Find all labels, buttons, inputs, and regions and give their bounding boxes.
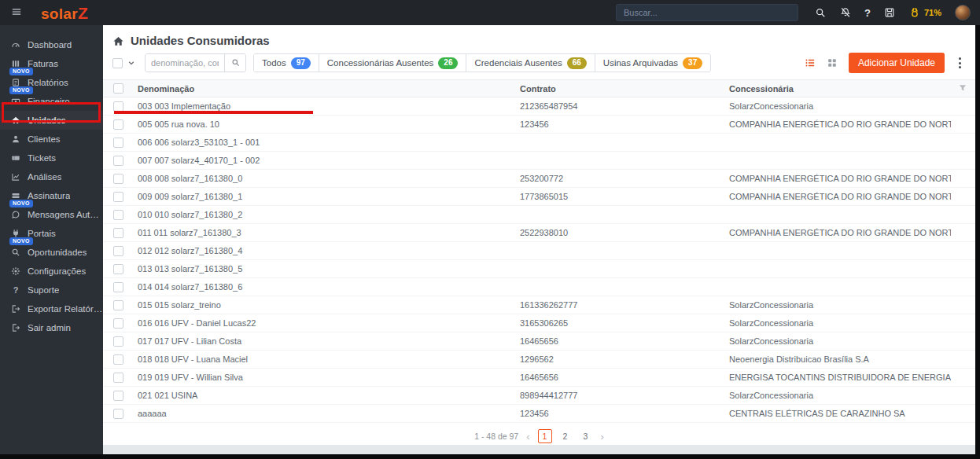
cell-concessionaria xyxy=(723,242,951,260)
sidebar-item[interactable]: Dashboard xyxy=(0,35,103,54)
filter-label: Usinas Arquivadas xyxy=(603,58,678,68)
row-checkbox[interactable] xyxy=(113,174,123,184)
sidebar-item[interactable]: Sair admin xyxy=(0,318,103,337)
help-icon[interactable]: ? xyxy=(864,7,871,19)
table-row[interactable]: 003 003 Implementação 212365487954 Solar… xyxy=(103,97,975,116)
count-badge: 37 xyxy=(683,57,702,69)
row-checkbox[interactable] xyxy=(113,138,123,148)
row-checkbox[interactable] xyxy=(113,264,123,274)
column-header-denominacao[interactable]: Denominação xyxy=(131,80,514,97)
sidebar-item[interactable]: Tickets xyxy=(0,149,103,167)
row-checkbox[interactable] xyxy=(113,246,123,256)
filter-button[interactable]: Usinas Arquivadas 37 xyxy=(595,54,710,72)
row-checkbox[interactable] xyxy=(113,391,123,401)
global-search-input[interactable] xyxy=(616,4,798,21)
row-checkbox[interactable] xyxy=(113,318,123,329)
chevron-down-icon[interactable] xyxy=(127,59,135,67)
avatar[interactable] xyxy=(955,5,971,20)
kebab-menu[interactable] xyxy=(956,56,964,70)
pagination: 1 - 48 de 97 ‹ 1 2 3 › xyxy=(103,423,975,443)
table-row[interactable]: 006 006 solarz3_53103_1 - 001 xyxy=(103,134,975,152)
sidebar-item-label: Exportar Relatórios xyxy=(28,304,103,314)
pagination-page[interactable]: 2 xyxy=(558,429,573,443)
cell-denominacao: 003 003 Implementação xyxy=(131,97,514,116)
filter-button[interactable]: Credenciais Ausentes 66 xyxy=(466,54,595,72)
sidebar-item[interactable]: Clientes xyxy=(0,130,103,149)
pagination-page[interactable]: 1 xyxy=(538,429,552,443)
select-all-checkbox[interactable] xyxy=(112,58,123,68)
row-checkbox[interactable] xyxy=(113,156,123,166)
menu-icon[interactable] xyxy=(11,6,24,19)
row-checkbox[interactable] xyxy=(113,228,123,238)
sidebar-item[interactable]: NOVO Financeiro xyxy=(0,92,103,111)
sidebar-item-label: Unidades xyxy=(28,116,66,125)
row-checkbox[interactable] xyxy=(113,101,123,112)
cell-contrato: 898944412777 xyxy=(514,387,723,405)
messages-icon xyxy=(10,210,21,219)
sidebar-item-label: Tickets xyxy=(28,153,56,163)
table-row[interactable]: 007 007 solarz4_40170_1 - 002 xyxy=(103,152,975,170)
pagination-prev[interactable]: ‹ xyxy=(526,431,529,442)
row-checkbox[interactable] xyxy=(113,192,123,202)
cell-contrato xyxy=(514,242,723,260)
sidebar-item[interactable]: Análises xyxy=(0,167,103,186)
cell-contrato: 2522938010 xyxy=(514,224,723,242)
table-row[interactable]: 009 009 solarz7_161380_1 1773865015 COMP… xyxy=(103,188,975,206)
table-row[interactable]: 005 005 rua nova. 10 123456 COMPANHIA EN… xyxy=(103,116,975,134)
unit-search-button[interactable] xyxy=(224,54,245,72)
sidebar-item[interactable]: NOVO Mensagens Automát... xyxy=(0,205,103,224)
toolbar-right: Adicionar Unidade xyxy=(805,53,967,73)
main-content: Unidades Consumidoras Todos 97 Concessio… xyxy=(103,25,975,445)
grid-view-icon[interactable] xyxy=(827,57,838,68)
column-header-contrato[interactable]: Contrato xyxy=(514,80,723,97)
save-icon[interactable] xyxy=(884,7,896,19)
row-checkbox[interactable] xyxy=(113,300,123,310)
pagination-next[interactable]: › xyxy=(601,431,604,442)
pagination-page[interactable]: 3 xyxy=(579,429,593,443)
row-checkbox[interactable] xyxy=(113,119,123,130)
row-checkbox[interactable] xyxy=(113,336,123,347)
finance-icon xyxy=(10,97,21,106)
row-checkbox[interactable] xyxy=(113,354,123,365)
table-row[interactable]: 011 011 solarz7_161380_3 2522938010 COMP… xyxy=(103,224,975,242)
filter-button[interactable]: Concessionárias Ausentes 26 xyxy=(319,54,467,72)
column-header-concessionaria[interactable]: Concessionária xyxy=(723,80,951,97)
row-checkbox[interactable] xyxy=(113,210,123,220)
clients-icon xyxy=(10,134,21,144)
cell-contrato xyxy=(514,134,723,152)
table-row[interactable]: aaaaaa 123456 CENTRAIS ELÉTRICAS DE CARA… xyxy=(103,405,975,423)
sidebar-item[interactable]: ? Suporte xyxy=(0,281,103,299)
row-checkbox[interactable] xyxy=(113,373,123,383)
sidebar-item[interactable]: Exportar Relatórios xyxy=(0,299,103,318)
row-checkbox[interactable] xyxy=(113,409,123,419)
table-row[interactable]: 008 008 solarz7_161380_0 253200772 COMPA… xyxy=(103,170,975,188)
sidebar-item[interactable]: Unidades xyxy=(0,111,103,130)
table-row[interactable]: 019 019 UFV - Willian Silva 16465656 ENE… xyxy=(103,369,975,387)
table-row[interactable]: 010 010 solarz7_161380_2 xyxy=(103,206,975,224)
header-checkbox[interactable] xyxy=(113,83,123,94)
bell-off-icon[interactable] xyxy=(839,7,851,19)
table-row[interactable]: 016 016 UFV - Daniel Lucas22 3165306265 … xyxy=(103,314,975,332)
funnel-icon[interactable] xyxy=(958,83,967,93)
table-row[interactable]: 021 021 USINA 898944412777 SolarzConcess… xyxy=(103,387,975,405)
cell-denominacao: 010 010 solarz7_161380_2 xyxy=(131,206,514,224)
table-row[interactable]: 014 014 solarz7_161380_6 xyxy=(103,278,975,296)
search-icon[interactable] xyxy=(814,7,826,19)
sidebar-item[interactable]: Configurações xyxy=(0,262,103,281)
unit-search-input[interactable] xyxy=(146,54,224,72)
row-checkbox[interactable] xyxy=(113,282,123,292)
cell-concessionaria xyxy=(723,260,951,278)
gamification-widget[interactable]: 71% xyxy=(909,7,941,19)
table-row[interactable]: 012 012 solarz7_161380_4 xyxy=(103,242,975,260)
cell-concessionaria: COMPANHIA ENERGÉTICA DO RIO GRANDE DO NO… xyxy=(723,188,951,206)
add-unit-button[interactable]: Adicionar Unidade xyxy=(849,53,945,73)
table-row[interactable]: 013 013 solarz7_161380_5 xyxy=(103,260,975,278)
table-row[interactable]: 015 015 solarz_treino 161336262777 Solar… xyxy=(103,296,975,314)
cell-concessionaria: Neoenergia Distribuicao Brasília S.A xyxy=(723,351,951,369)
table-row[interactable]: 018 018 UFV - Luana Maciel 1296562 Neoen… xyxy=(103,351,975,369)
sidebar-item[interactable]: NOVO Oportunidades xyxy=(0,243,103,262)
sidebar-item-label: Sair admin xyxy=(28,323,71,332)
table-row[interactable]: 017 017 UFV - Lilian Costa 16465656 Sola… xyxy=(103,332,975,351)
list-view-icon[interactable] xyxy=(805,57,816,68)
filter-button[interactable]: Todos 97 xyxy=(254,54,319,72)
